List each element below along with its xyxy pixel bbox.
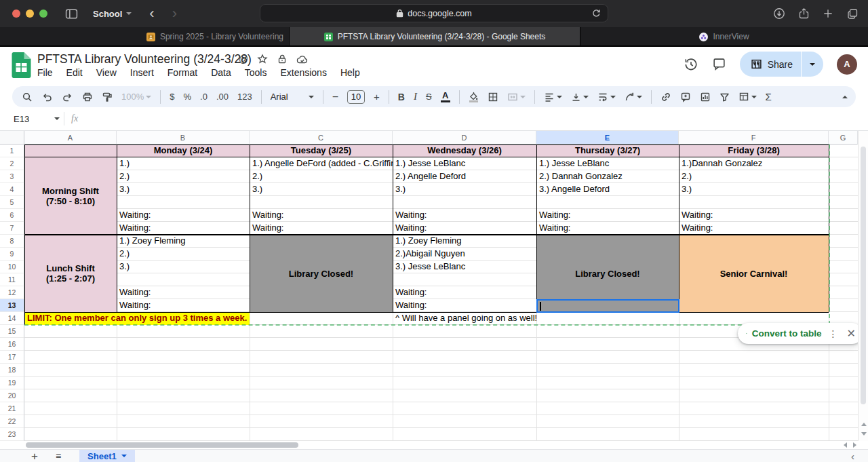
cell-D3[interactable]: 2.) Angelle Deford — [393, 170, 536, 183]
cell-D14-panel-note[interactable]: ^ Will have a panel going on as well! — [393, 312, 536, 325]
close-icon[interactable]: ✕ — [847, 327, 856, 340]
spreadsheet-grid[interactable]: A B C D E F G 1 2 3 4 5 6 7 8 9 10 11 12… — [0, 131, 868, 441]
cell-C8-library-closed[interactable]: Library Closed! — [250, 235, 393, 312]
downloads-icon[interactable] — [773, 7, 785, 20]
scroll-right-icon[interactable] — [853, 442, 856, 448]
bold-button[interactable]: B — [398, 92, 405, 102]
font-size-input[interactable]: 10 — [347, 90, 365, 104]
vertical-scrollbar[interactable] — [858, 131, 868, 441]
undo-button[interactable] — [41, 92, 53, 102]
cell-E2[interactable]: 1.) Jesse LeBlanc — [536, 157, 679, 170]
name-box[interactable]: E13 — [0, 114, 60, 124]
window-zoom-button[interactable] — [39, 9, 47, 18]
zoom-select[interactable]: 100% — [121, 92, 151, 102]
cell-F6[interactable]: Waiting: — [679, 209, 829, 222]
at-icon[interactable]: @ — [239, 54, 248, 64]
share-dropdown-button[interactable] — [802, 52, 823, 77]
menu-extensions[interactable]: Extensions — [280, 67, 326, 78]
cell-A1[interactable] — [24, 145, 117, 157]
search-menus-button[interactable] — [22, 92, 33, 102]
menu-format[interactable]: Format — [167, 67, 197, 78]
cell-B1[interactable]: Monday (3/24) — [117, 145, 250, 157]
comments-icon[interactable] — [712, 57, 726, 71]
window-close-button[interactable] — [12, 9, 20, 18]
row-header-8[interactable]: 8 — [0, 235, 24, 248]
cell-D13[interactable]: Waiting: — [393, 299, 536, 312]
cell-D10[interactable]: 3.) Jesse LeBlanc — [393, 261, 536, 273]
vertical-align-button[interactable] — [571, 92, 589, 102]
borders-button[interactable] — [488, 92, 498, 102]
insert-comment-button[interactable] — [680, 92, 691, 102]
cell-B7[interactable]: Waiting: — [117, 222, 250, 235]
approvals-icon[interactable] — [277, 54, 288, 64]
cell-D9[interactable]: 2.)Abigail Nguyen — [393, 248, 536, 261]
strikethrough-button[interactable]: S — [426, 92, 432, 102]
create-filter-button[interactable] — [719, 92, 730, 102]
cell-C2[interactable]: 1.) Angelle DeFord (added - C.Griffin) — [250, 157, 393, 170]
column-header-D[interactable]: D — [393, 131, 536, 145]
row-header-14[interactable]: 14 — [0, 312, 24, 325]
cell-B12[interactable]: Waiting: — [117, 286, 250, 299]
row-header-15[interactable]: 15 — [0, 325, 24, 338]
print-button[interactable] — [82, 92, 93, 102]
scroll-down-icon[interactable] — [861, 432, 867, 436]
document-title[interactable]: PFTSTA Library Volunteering (3/24-3/28) — [37, 52, 252, 66]
tab-overview-icon[interactable] — [846, 8, 859, 20]
column-header-F[interactable]: F — [679, 131, 829, 145]
avatar[interactable]: A — [837, 54, 857, 75]
redo-button[interactable] — [62, 92, 73, 102]
decrease-font-size-button[interactable]: − — [332, 91, 338, 103]
cell-B9[interactable]: 2.) — [117, 248, 250, 261]
cell-C1[interactable]: Tuesday (3/25) — [250, 145, 393, 157]
row-header-22[interactable]: 22 — [0, 415, 24, 428]
cell-C7[interactable]: Waiting: — [250, 222, 393, 235]
horizontal-align-button[interactable] — [544, 92, 562, 102]
column-header-G[interactable]: G — [829, 131, 858, 145]
convert-to-table-button[interactable]: Convert to table — [752, 328, 822, 339]
increase-decimals-button[interactable]: .00 — [216, 92, 229, 102]
insert-link-button[interactable] — [660, 92, 671, 102]
cell-B13[interactable]: Waiting: — [117, 299, 250, 312]
cell-B2[interactable]: 1.) — [117, 157, 250, 170]
cell-F1[interactable]: Friday (3/28) — [679, 145, 829, 157]
cell-B6[interactable]: Waiting: — [117, 209, 250, 222]
cell-F4[interactable]: 3.) — [679, 183, 829, 196]
menu-file[interactable]: File — [37, 67, 53, 78]
address-bar[interactable]: docs.google.com — [260, 4, 608, 22]
merge-cells-button[interactable] — [507, 92, 526, 102]
hide-toolbar-button[interactable] — [842, 96, 848, 98]
horizontal-scrollbar-thumb[interactable] — [26, 442, 298, 448]
select-all-corner[interactable] — [0, 131, 24, 145]
cell-E6[interactable]: Waiting: — [536, 209, 679, 222]
row-header-11[interactable]: 11 — [0, 273, 24, 286]
all-sheets-menu-button[interactable]: ≡ — [56, 451, 60, 461]
row-header-21[interactable]: 21 — [0, 402, 24, 415]
row-header-18[interactable]: 18 — [0, 364, 24, 377]
horizontal-scrollbar[interactable] — [0, 441, 868, 449]
cell-C3[interactable]: 2.) — [250, 170, 393, 183]
increase-font-size-button[interactable]: + — [374, 91, 380, 102]
scroll-left-icon[interactable] — [844, 442, 847, 448]
add-sheet-button[interactable]: + — [31, 450, 38, 462]
functions-button[interactable]: Σ — [766, 91, 772, 102]
cell-D1[interactable]: Wednesday (3/26) — [393, 145, 536, 157]
column-header-C[interactable]: C — [250, 131, 393, 145]
row-header-7[interactable]: 7 — [0, 222, 24, 235]
share-button[interactable]: Share — [740, 52, 801, 77]
row-header-10[interactable]: 10 — [0, 261, 24, 273]
version-history-icon[interactable] — [684, 57, 698, 72]
cell-D6[interactable]: Waiting: — [393, 209, 536, 222]
more-options-icon[interactable]: ⋮ — [829, 328, 838, 339]
column-header-A[interactable]: A — [24, 131, 117, 145]
row-header-23[interactable]: 23 — [0, 428, 24, 441]
cell-F7[interactable]: Waiting: — [679, 222, 829, 235]
browser-tab-sheets[interactable]: PFTSTA Library Volunteering (3/24-3/28) … — [290, 27, 580, 46]
cell-D7[interactable]: Waiting: — [393, 222, 536, 235]
cell-B3[interactable]: 2.) — [117, 170, 250, 183]
share-icon[interactable] — [798, 7, 810, 20]
cell-D8[interactable]: 1.) Zoey Fleming — [393, 235, 536, 248]
morning-shift-label[interactable]: Morning Shift (7:50 - 8:10) — [24, 157, 117, 235]
column-header-B[interactable]: B — [117, 131, 250, 145]
cell-D2[interactable]: 1.) Jesse LeBlanc — [393, 157, 536, 170]
row-header-2[interactable]: 2 — [0, 157, 24, 170]
